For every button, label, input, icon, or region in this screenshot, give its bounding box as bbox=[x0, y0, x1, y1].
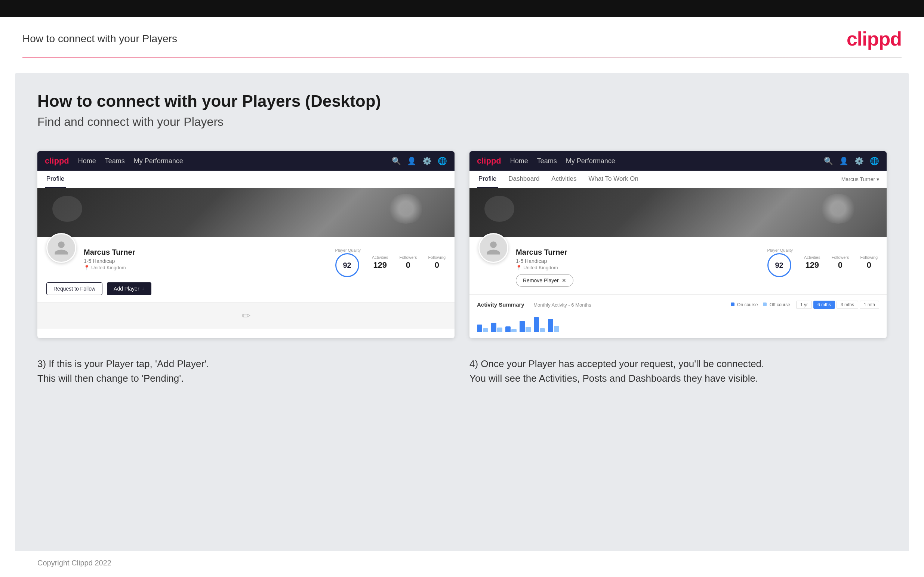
stat-activities-1: Activities 129 bbox=[372, 255, 388, 270]
bar-group-2 bbox=[491, 323, 502, 332]
player-location-2: 📍 United Kingdom bbox=[516, 265, 760, 271]
bar-off-4 bbox=[525, 327, 531, 332]
description-2: 4) Once your Player has accepted your re… bbox=[470, 357, 887, 386]
plus-icon: + bbox=[142, 286, 145, 292]
oncourse-dot bbox=[731, 303, 735, 306]
nav-myperformance-2[interactable]: My Performance bbox=[566, 157, 615, 165]
player-handicap-1: 1-5 Handicap bbox=[84, 258, 328, 264]
bar-group-3 bbox=[506, 326, 517, 332]
header-divider bbox=[23, 58, 901, 58]
user-icon-2[interactable]: 👤 bbox=[839, 156, 848, 166]
stat-following-1: Following 0 bbox=[428, 255, 446, 270]
stat-activities-2: Activities 129 bbox=[804, 255, 820, 270]
bar-on-5 bbox=[534, 317, 539, 332]
search-icon-2[interactable]: 🔍 bbox=[824, 156, 833, 166]
bar-off-2 bbox=[497, 327, 502, 332]
bar-on-4 bbox=[520, 321, 525, 332]
add-player-button[interactable]: Add Player + bbox=[107, 282, 151, 295]
stat-following-2: Following 0 bbox=[861, 255, 878, 270]
bar-off-1 bbox=[483, 328, 488, 332]
screenshots-row: clippd Home Teams My Performance 🔍 👤 ⚙️ … bbox=[37, 151, 887, 338]
bar-on-2 bbox=[491, 323, 496, 332]
bar-on-3 bbox=[506, 326, 510, 332]
search-icon-1[interactable]: 🔍 bbox=[392, 156, 401, 166]
description-1: 3) If this is your Player tap, 'Add Play… bbox=[37, 357, 454, 386]
tab-dashboard-2[interactable]: Dashboard bbox=[507, 171, 541, 188]
tab-profile-1[interactable]: Profile bbox=[45, 171, 66, 188]
player-location-1: 📍 United Kingdom bbox=[84, 265, 328, 271]
tab-whattoworkon-2[interactable]: What To Work On bbox=[587, 171, 640, 188]
nav-icons-2: 🔍 👤 ⚙️ 🌐 bbox=[824, 156, 879, 166]
quality-value-1: 92 bbox=[343, 261, 351, 270]
bar-chart bbox=[477, 313, 879, 332]
activity-title: Activity Summary bbox=[477, 301, 524, 308]
copyright-text: Copyright Clippd 2022 bbox=[37, 559, 111, 567]
globe-icon-1[interactable]: 🌐 bbox=[438, 156, 447, 166]
oncourse-legend: On course bbox=[731, 302, 758, 307]
nav-logo-1: clippd bbox=[45, 156, 69, 166]
quality-label-1: Player Quality bbox=[335, 248, 361, 253]
clippd-logo: clippd bbox=[846, 27, 901, 50]
edit-icon-1: ✏ bbox=[242, 309, 250, 322]
quality-value-2: 92 bbox=[775, 261, 783, 270]
settings-icon-1[interactable]: ⚙️ bbox=[422, 156, 432, 166]
nav-home-2[interactable]: Home bbox=[510, 157, 528, 165]
page-subheading: Find and connect with your Players bbox=[37, 115, 887, 129]
stat-followers-2: Followers 0 bbox=[831, 255, 849, 270]
activity-controls: On course Off course 1 yr 6 mths 3 mths bbox=[731, 301, 879, 309]
settings-icon-2[interactable]: ⚙️ bbox=[855, 156, 864, 166]
bar-on-6 bbox=[548, 319, 553, 332]
nav-icons-1: 🔍 👤 ⚙️ 🌐 bbox=[392, 156, 447, 166]
location-icon-1: 📍 bbox=[84, 265, 90, 271]
activity-summary: Activity Summary Monthly Activity - 6 Mo… bbox=[470, 294, 887, 338]
player-name-1: Marcus Turner bbox=[84, 248, 328, 256]
activity-legend: On course Off course bbox=[731, 302, 790, 307]
nav-teams-2[interactable]: Teams bbox=[537, 157, 557, 165]
page-header: How to connect with your Players clippd bbox=[0, 17, 924, 58]
screenshot-2: clippd Home Teams My Performance 🔍 👤 ⚙️ … bbox=[470, 151, 887, 338]
quality-circle-2: 92 bbox=[767, 253, 791, 277]
time-buttons: 1 yr 6 mths 3 mths 1 mth bbox=[796, 301, 879, 309]
request-follow-button[interactable]: Request to Follow bbox=[46, 282, 102, 295]
nav-teams-1[interactable]: Teams bbox=[105, 157, 125, 165]
remove-player-button[interactable]: Remove Player ✕ bbox=[516, 274, 573, 287]
tab-activities-2[interactable]: Activities bbox=[550, 171, 578, 188]
nav-home-1[interactable]: Home bbox=[78, 157, 96, 165]
tab-profile-2[interactable]: Profile bbox=[477, 171, 498, 188]
close-icon-remove: ✕ bbox=[562, 277, 566, 284]
bar-off-5 bbox=[540, 328, 545, 332]
breadcrumb: How to connect with your Players bbox=[23, 33, 177, 45]
page-heading: How to connect with your Players (Deskto… bbox=[37, 92, 887, 111]
globe-icon-2[interactable]: 🌐 bbox=[870, 156, 879, 166]
user-icon-1[interactable]: 👤 bbox=[407, 156, 417, 166]
time-btn-1yr[interactable]: 1 yr bbox=[796, 301, 812, 309]
nav-logo-2: clippd bbox=[477, 156, 501, 166]
profile-tabs-2: Profile Dashboard Activities What To Wor… bbox=[470, 171, 887, 188]
main-content: How to connect with your Players (Deskto… bbox=[15, 73, 909, 551]
player-profile-1: Marcus Turner 1-5 Handicap 📍 United King… bbox=[37, 237, 454, 303]
nav-myperformance-1[interactable]: My Performance bbox=[134, 157, 183, 165]
footer: Copyright Clippd 2022 bbox=[0, 551, 924, 575]
activity-header: Activity Summary Monthly Activity - 6 Mo… bbox=[477, 301, 879, 309]
activity-title-block: Activity Summary Monthly Activity - 6 Mo… bbox=[477, 301, 591, 308]
offcourse-legend: Off course bbox=[763, 302, 790, 307]
profile-tabs-left: Profile Dashboard Activities What To Wor… bbox=[477, 171, 640, 188]
scroll-area-1: ✏ bbox=[37, 303, 454, 329]
player-name-2: Marcus Turner bbox=[516, 248, 760, 256]
player-name-dropdown[interactable]: Marcus Turner ▾ bbox=[842, 176, 879, 182]
descriptions-row: 3) If this is your Player tap, 'Add Play… bbox=[37, 357, 887, 386]
time-btn-3mths[interactable]: 3 mths bbox=[837, 301, 858, 309]
profile-tabs-1: Profile bbox=[37, 171, 454, 188]
time-btn-1mth[interactable]: 1 mth bbox=[860, 301, 879, 309]
time-btn-6mths[interactable]: 6 mths bbox=[813, 301, 835, 309]
bar-group-1 bbox=[477, 324, 488, 332]
bar-group-4 bbox=[520, 321, 531, 332]
activity-subtitle: Monthly Activity - 6 Months bbox=[533, 302, 591, 308]
app-nav-2: clippd Home Teams My Performance 🔍 👤 ⚙️ … bbox=[470, 151, 887, 171]
avatar-1 bbox=[46, 233, 76, 263]
stat-followers-1: Followers 0 bbox=[399, 255, 417, 270]
player-handicap-2: 1-5 Handicap bbox=[516, 258, 760, 264]
bar-group-5 bbox=[534, 317, 545, 332]
player-profile-2: Marcus Turner 1-5 Handicap 📍 United King… bbox=[470, 237, 887, 294]
quality-circle-1: 92 bbox=[335, 253, 359, 277]
